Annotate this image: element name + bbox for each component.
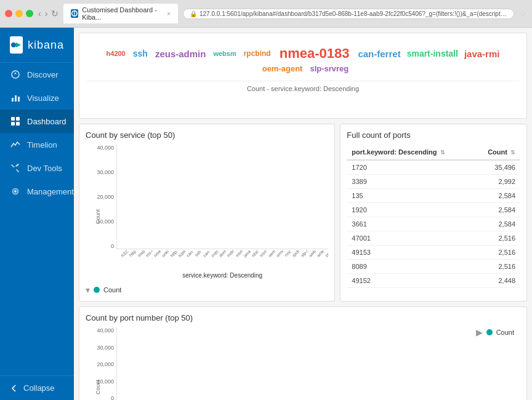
ports-table-title: Full count of ports [347, 130, 520, 140]
col-count-header[interactable]: Count ⇅ [474, 145, 520, 160]
svg-rect-7 [18, 97, 20, 102]
table-row[interactable]: 80892,516 [347, 260, 520, 274]
chart-icon [10, 92, 21, 103]
sidebar-item-timelion-label: Timelion [27, 140, 57, 150]
port-cell: 3389 [347, 175, 474, 189]
port-chart-panel: Count by port number (top 50) 40,000 30,… [79, 306, 527, 400]
svg-rect-9 [16, 117, 20, 121]
compass-icon [10, 69, 21, 80]
address-bar[interactable]: 🔒 127.0.0.1:5601/app/kibana#/dashboard/b… [183, 9, 514, 19]
port-y-axis-title: Count [95, 380, 101, 394]
port-cell: 135 [347, 189, 474, 203]
forward-btn[interactable]: › [45, 9, 48, 18]
table-row[interactable]: 491532,516 [347, 246, 520, 260]
count-cell: 2,448 [474, 274, 520, 288]
sidebar-item-dashboard-label: Dashboard [27, 117, 66, 126]
table-row[interactable]: 36612,584 [347, 217, 520, 231]
svg-rect-5 [12, 98, 14, 102]
wc-ssh: ssh [133, 49, 148, 58]
table-row[interactable]: 33892,992 [347, 175, 520, 189]
timelion-icon [10, 139, 21, 150]
table-header-row: port.keyword: Descending ⇅ Count ⇅ [347, 145, 520, 160]
ports-data-table: port.keyword: Descending ⇅ Count ⇅ 17203… [347, 145, 520, 288]
count-cell: 2,584 [474, 189, 520, 203]
service-legend-dot [94, 287, 100, 293]
table-row[interactable]: 470012,516 [347, 231, 520, 246]
sidebar-item-devtools[interactable]: Dev Tools [0, 156, 74, 180]
tab-title: Customised Dashboard - Kiba... [82, 6, 163, 21]
col-port-label: port.keyword: Descending [352, 148, 437, 156]
legend-chevron-icon[interactable]: ▾ [86, 285, 90, 295]
count-cell: 35,496 [474, 160, 520, 175]
sidebar-item-dashboard[interactable]: Dashboard [0, 110, 74, 133]
service-legend-label: Count [103, 286, 121, 294]
gear-icon [10, 186, 21, 197]
wc-oem-agent: oem-agent [262, 64, 303, 73]
back-btn[interactable]: ‹ [38, 9, 41, 18]
svg-rect-10 [11, 122, 15, 126]
service-y-label-40k: 40,000 [86, 145, 116, 151]
kibana-icon [10, 36, 23, 54]
svg-rect-6 [15, 95, 17, 102]
table-row[interactable]: 19202,584 [347, 203, 520, 217]
dashboard-icon [10, 116, 21, 127]
collapse-section[interactable]: Collapse [0, 375, 74, 400]
sidebar-item-management[interactable]: Management [0, 180, 74, 203]
port-y-30k: 30,000 [86, 345, 116, 351]
port-cell: 49153 [347, 246, 474, 260]
sidebar-item-discover-label: Discover [27, 70, 58, 79]
wc-can-ferret: can-ferret [358, 49, 400, 59]
close-btn[interactable] [5, 10, 12, 17]
col-count-label: Count [488, 148, 507, 156]
sidebar-item-visualize[interactable]: Visualize [0, 86, 74, 110]
svg-rect-11 [16, 122, 20, 126]
svg-point-2 [11, 42, 16, 47]
port-bars-area [116, 327, 520, 400]
url-text: 127.0.0.1:5601/app/kibana#/dashboard/b31… [200, 10, 507, 17]
reload-btn[interactable]: ↻ [51, 9, 58, 18]
port-cell: 1720 [347, 160, 474, 175]
sidebar-item-management-label: Management [27, 187, 74, 196]
service-bars-area [116, 145, 328, 249]
window-controls [5, 10, 33, 17]
tools-icon [10, 162, 21, 174]
col-port-header[interactable]: port.keyword: Descending ⇅ [347, 145, 474, 160]
sidebar-item-discover[interactable]: Discover [0, 63, 74, 86]
collapse-button[interactable]: Collapse [10, 383, 64, 393]
sidebar-item-timelion[interactable]: Timelion [0, 133, 74, 156]
svg-point-12 [14, 190, 17, 193]
sidebar-item-devtools-label: Dev Tools [27, 164, 62, 173]
dashboard-area: h4200 ssh zeus-admin websm rpcbind nmea-… [74, 33, 532, 400]
table-row[interactable]: 491522,448 [347, 274, 520, 288]
bookmark-btn[interactable]: ☆ [519, 9, 527, 18]
table-row[interactable]: 172035,496 [347, 160, 520, 175]
wc-nmea-0183: nmea-0183 [280, 46, 350, 62]
port-y-0: 0 [86, 395, 116, 400]
table-row[interactable]: 1352,584 [347, 189, 520, 203]
port-sort-icon: ⇅ [440, 150, 445, 156]
wc-zeus-admin: zeus-admin [155, 49, 206, 59]
browser-tab[interactable]: Customised Dashboard - Kiba... × [63, 4, 178, 23]
wc-smart-install: smart-install [407, 49, 458, 58]
port-bar-chart: 40,000 30,000 20,000 10,000 0 Count ▶ Co… [86, 327, 520, 400]
port-cell: 8089 [347, 260, 474, 274]
svg-marker-4 [14, 72, 17, 74]
maximize-btn[interactable] [26, 10, 33, 17]
service-y-axis-title: Count [95, 209, 101, 224]
svg-point-3 [12, 71, 19, 78]
port-cell: 47001 [347, 231, 474, 246]
wc-websm: websm [213, 50, 236, 57]
tab-close-btn[interactable]: × [167, 10, 171, 17]
port-cell: 3661 [347, 217, 474, 231]
wc-rpcbind: rpcbind [244, 49, 271, 58]
sidebar-logo: kibana [0, 28, 74, 63]
service-y-label-30k: 30,000 [86, 169, 116, 175]
minimize-btn[interactable] [15, 10, 23, 17]
browser-chrome: ‹ › ↻ Customised Dashboard - Kiba... × 🔒… [0, 0, 532, 28]
service-chart-panel: Count by service (top 50) 40,000 30,000 … [79, 124, 335, 302]
sidebar-navigation: Discover Visualize Dashboard Timelion [0, 63, 74, 375]
wc-slp-srvreg: slp-srvreg [310, 64, 349, 73]
service-y-label-20k: 20,000 [86, 194, 116, 200]
wc-java-rmi: java-rmi [464, 49, 500, 59]
port-y-40k: 40,000 [86, 327, 116, 334]
